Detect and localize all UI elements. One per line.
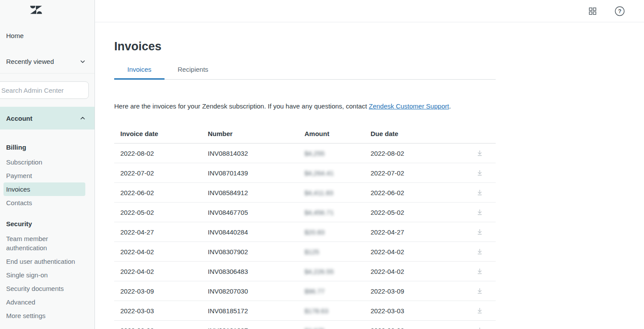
invoices-table: Invoice date Number Amount Due date 2022… — [114, 126, 496, 329]
cell-due-date: 2022-03-09 — [371, 287, 464, 295]
home-label: Home — [6, 32, 24, 39]
sidebar-item-single-sign-on[interactable]: Single sign-on — [4, 268, 85, 282]
cell-number: INV08207030 — [208, 287, 304, 295]
table-header-row: Invoice date Number Amount Due date — [114, 126, 496, 144]
sidebar-section-account[interactable]: Account — [0, 107, 94, 130]
download-icon[interactable] — [474, 148, 485, 159]
cell-amount: $4,226.55 — [304, 268, 371, 275]
customer-support-link[interactable]: Zendesk Customer Support — [369, 102, 449, 110]
sidebar-item-subscription[interactable]: Subscription — [4, 155, 85, 169]
download-icon[interactable] — [474, 207, 485, 218]
column-header-invoice-date: Invoice date — [120, 130, 208, 137]
table-row: 2022-04-02 INV08307902 $125 2022-04-02 — [114, 242, 496, 262]
sidebar-item-label: Invoices — [6, 185, 30, 194]
sidebar-item-recently-viewed[interactable]: Recently viewed — [0, 58, 94, 65]
sidebar-item-security-documents[interactable]: Security documents — [4, 282, 85, 295]
tab-invoices[interactable]: Invoices — [114, 61, 164, 80]
cell-amount: $125 — [304, 248, 371, 256]
help-icon[interactable]: ? — [615, 6, 625, 16]
cell-due-date: 2022-03-03 — [371, 307, 464, 315]
cell-amount: $96.77 — [304, 287, 371, 295]
recently-viewed-label: Recently viewed — [6, 58, 54, 65]
table-row: 2022-04-27 INV08440284 $20.83 2022-04-27 — [114, 222, 496, 242]
sidebar-item-label: Advanced — [6, 298, 35, 307]
download-icon[interactable] — [474, 266, 485, 277]
chevron-up-icon — [80, 115, 86, 121]
sidebar-item-label: More settings — [6, 311, 46, 320]
sidebar-item-more-settings[interactable]: More settings — [4, 309, 85, 322]
sidebar-item-payment[interactable]: Payment — [4, 169, 85, 182]
cell-number: INV08307902 — [208, 248, 304, 256]
download-icon[interactable] — [474, 168, 485, 178]
cell-amount: $4,255 — [304, 150, 371, 157]
cell-number: INV08181287 — [208, 327, 304, 329]
sidebar-item-team-member-authentication[interactable]: Team member authentication — [4, 232, 85, 255]
page-description: Here are the invoices for your Zendesk s… — [114, 102, 644, 110]
description-text: Here are the invoices for your Zendesk s… — [114, 102, 369, 110]
sidebar-item-label: Payment — [6, 171, 32, 180]
cell-number: INV08185172 — [208, 307, 304, 315]
cell-number: INV08440284 — [208, 228, 304, 236]
description-suffix: . — [449, 102, 451, 110]
cell-amount: $4,264.41 — [304, 169, 371, 177]
table-row: 2022-08-02 INV08814032 $4,255 2022-08-02 — [114, 144, 496, 163]
tab-recipients[interactable]: Recipients — [164, 61, 221, 80]
sidebar-item-label: Subscription — [6, 158, 42, 167]
sidebar-item-label: Team member authentication — [6, 234, 80, 252]
nav-section-header: Billing — [4, 141, 91, 154]
sidebar-item-home[interactable]: Home — [0, 32, 94, 39]
nav-section: Security Team member authentication End … — [4, 217, 91, 322]
download-icon[interactable] — [474, 325, 485, 329]
column-header-number: Number — [208, 130, 304, 137]
table-row: 2022-03-03 INV08185172 $178.63 2022-03-0… — [114, 301, 496, 321]
cell-invoice-date: 2022-03-02 — [120, 327, 208, 329]
table-row: 2022-06-02 INV08584912 $4,411.83 2022-06… — [114, 183, 496, 203]
cell-amount: $4,456.71 — [304, 209, 371, 216]
cell-due-date: 2022-08-02 — [371, 150, 464, 157]
cell-number: INV08306483 — [208, 268, 304, 275]
cell-invoice-date: 2022-04-27 — [120, 228, 208, 236]
cell-number: INV08467705 — [208, 209, 304, 216]
cell-number: INV08584912 — [208, 189, 304, 196]
sidebar-item-advanced[interactable]: Advanced — [4, 295, 85, 309]
cell-invoice-date: 2022-05-02 — [120, 209, 208, 216]
download-icon[interactable] — [474, 305, 485, 316]
cell-amount: $20.83 — [304, 228, 371, 236]
cell-invoice-date: 2022-03-09 — [120, 287, 208, 295]
cell-amount: $4,411.83 — [304, 189, 371, 196]
cell-due-date: 2022-03-02 — [371, 327, 464, 329]
download-icon[interactable] — [474, 246, 485, 257]
zendesk-logo — [0, 0, 94, 18]
topbar: ? — [95, 0, 644, 22]
sidebar-item-end-user-authentication[interactable]: End user authentication — [4, 255, 85, 268]
sidebar: Home Recently viewed Account Billing Sub… — [0, 0, 95, 329]
cell-invoice-date: 2022-07-02 — [120, 169, 208, 177]
sidebar-item-label: Security documents — [6, 284, 64, 293]
sidebar-item-invoices[interactable]: Invoices — [4, 182, 85, 196]
cell-amount: $178.63 — [304, 307, 371, 315]
download-icon[interactable] — [474, 227, 485, 238]
apps-grid-icon[interactable] — [589, 7, 596, 15]
chevron-down-icon — [80, 59, 86, 65]
download-icon[interactable] — [474, 187, 485, 198]
cell-due-date: 2022-07-02 — [371, 169, 464, 177]
column-header-amount: Amount — [304, 130, 371, 137]
cell-invoice-date: 2022-04-02 — [120, 248, 208, 256]
table-row: 2022-05-02 INV08467705 $4,456.71 2022-05… — [114, 203, 496, 222]
sidebar-item-label: Contacts — [6, 198, 32, 207]
cell-due-date: 2022-05-02 — [371, 209, 464, 216]
svg-text:?: ? — [618, 8, 622, 14]
cell-due-date: 2022-04-02 — [371, 248, 464, 256]
account-label: Account — [6, 115, 32, 122]
nav-section: Billing Subscription Payment Invoices Co… — [4, 141, 91, 210]
cell-due-date: 2022-04-27 — [371, 228, 464, 236]
download-icon[interactable] — [474, 286, 485, 297]
sidebar-item-contacts[interactable]: Contacts — [4, 196, 85, 210]
search-input[interactable] — [0, 81, 89, 99]
tab-bar: InvoicesRecipients — [114, 61, 496, 80]
page-title: Invoices — [114, 40, 644, 53]
cell-due-date: 2022-06-02 — [371, 189, 464, 196]
cell-invoice-date: 2022-06-02 — [120, 189, 208, 196]
sidebar-nav: Billing Subscription Payment Invoices Co… — [0, 130, 94, 322]
column-header-due-date: Due date — [371, 130, 464, 137]
